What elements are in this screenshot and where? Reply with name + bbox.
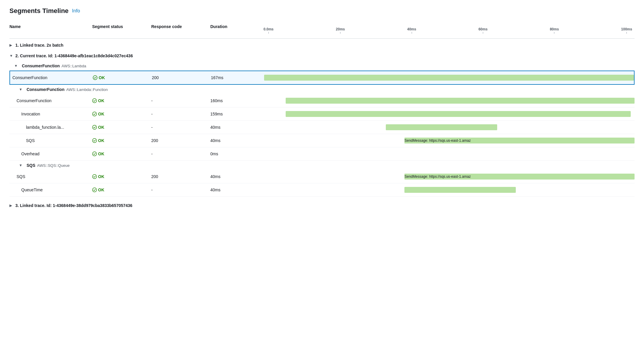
svg-point-6	[92, 175, 97, 179]
bar-sqs-main: SendMessage: https://sqs.us-east-1.amaz	[264, 174, 635, 180]
bar-cf-fn	[264, 98, 635, 104]
cell-duration-queuetime: 40ms	[210, 185, 264, 195]
cell-code-cf-fn: -	[151, 95, 210, 106]
ok-label-cf-fn: OK	[98, 98, 104, 103]
bar-fill-queuetime	[404, 187, 516, 193]
sg-sqs-name: SQS	[27, 163, 35, 168]
cell-timeline-queuetime	[264, 183, 635, 196]
cell-timeline-cf-fn	[264, 94, 635, 107]
ok-icon-cf-lambda	[93, 75, 97, 80]
trace-2-header[interactable]: ▼ 2. Current trace. Id: 1-4368449e-afb1e…	[9, 50, 635, 61]
sg-sqs-type: AWS::SQS::Queue	[37, 163, 70, 168]
trace-3-label: 3. Linked trace. Id: 1-4368449e-38dd979c…	[15, 203, 132, 208]
status-ok-sqs-lambda: OK	[92, 138, 149, 143]
bar-fill-lambda-fn-la	[386, 124, 497, 130]
bar-fill-cf-fn	[286, 98, 635, 104]
ok-icon-lambda-fn-la	[92, 125, 97, 130]
ruler-label-0: 0.0ms	[264, 27, 274, 31]
svg-point-5	[92, 152, 97, 156]
ruler-label-4: 80ms	[550, 27, 559, 31]
trace-1-label: 1. Linked trace. 2x batch	[15, 43, 64, 48]
ok-icon-queuetime	[92, 187, 97, 192]
row-consumer-function-fn[interactable]: ConsumerFunction OK - 160ms	[9, 94, 635, 107]
sg-lambda-toggle: ▼	[14, 64, 18, 68]
cell-code-sqs-main: 200	[151, 171, 210, 182]
col-segment-status: Segment status	[92, 22, 151, 36]
status-ok-invocation: OK	[92, 112, 149, 116]
col-duration: Duration	[210, 22, 264, 36]
service-group-sqs-header[interactable]: ▼ SQS AWS::SQS::Queue	[9, 161, 635, 170]
cell-status-lambda-fn-la: OK	[92, 122, 151, 133]
service-group-lambda-header[interactable]: ▼ ConsumerFunction AWS::Lambda	[9, 61, 635, 71]
sg-lambda-fn-type: AWS::Lambda::Function	[66, 87, 108, 92]
cell-status-overhead: OK	[92, 149, 151, 159]
trace-3-toggle: ▶	[9, 203, 13, 208]
svg-point-0	[93, 76, 97, 80]
bar-label-sqs-lambda: SendMessage: https://sqs.us-east-1.amaz	[404, 138, 471, 143]
bar-invocation	[264, 111, 635, 117]
cell-timeline-cf-lambda	[264, 71, 634, 84]
trace-1-toggle: ▶	[9, 43, 13, 47]
sg-lambda-name: ConsumerFunction	[22, 63, 60, 68]
cell-name-lambda-fn-la: lambda_function.la...	[9, 122, 92, 133]
row-lambda-fn-la[interactable]: lambda_function.la... OK - 40ms	[9, 121, 635, 134]
status-ok-lambda-fn-la: OK	[92, 125, 149, 130]
sg-lambda-fn-toggle: ▼	[19, 87, 22, 92]
col-timeline: 0.0ms 20ms 40ms 60ms 80ms 100ms	[264, 22, 635, 36]
row-overhead[interactable]: Overhead OK - 0ms	[9, 147, 635, 161]
trace-2-label: 2. Current trace. Id: 1-4368449e-afb1eac…	[15, 53, 133, 58]
bar-cf-lambda	[264, 75, 634, 81]
service-group-sqs-name: ▼ SQS AWS::SQS::Queue	[9, 163, 92, 168]
sg-lambda-fn-name: ConsumerFunction	[27, 87, 64, 92]
timeline-container: Name Segment status Response code Durati…	[9, 22, 635, 211]
svg-point-4	[92, 138, 97, 143]
cell-name-cf-fn: ConsumerFunction	[9, 95, 92, 106]
cell-status-cf-fn: OK	[92, 95, 151, 106]
status-ok-cf-lambda: OK	[93, 75, 149, 80]
row-queuetime[interactable]: QueueTime OK - 40ms	[9, 183, 635, 197]
trace-1-header[interactable]: ▶ 1. Linked trace. 2x batch	[9, 40, 635, 50]
page-title: Segments Timeline	[9, 7, 69, 15]
ok-label-queuetime: OK	[98, 187, 104, 192]
bar-lambda-fn-la	[264, 124, 635, 130]
ruler-label-5: 100ms	[621, 27, 632, 31]
bar-fill-cf-lambda	[264, 75, 634, 81]
ok-label-cf-lambda: OK	[99, 75, 105, 80]
ruler-label-2: 40ms	[407, 27, 416, 31]
cell-status-queuetime: OK	[92, 185, 151, 195]
cell-duration-sqs-lambda: 40ms	[210, 135, 264, 146]
cell-timeline-overhead	[264, 147, 635, 160]
trace-3-header[interactable]: ▶ 3. Linked trace. Id: 1-4368449e-38dd97…	[9, 200, 635, 211]
bar-sqs-lambda: SendMessage: https://sqs.us-east-1.amaz	[264, 138, 635, 144]
ok-label-lambda-fn-la: OK	[98, 125, 104, 130]
row-sqs-in-lambda[interactable]: SQS OK 200 40ms SendMessage: https://sqs…	[9, 134, 635, 147]
cell-timeline-lambda-fn-la	[264, 121, 635, 134]
page-header: Segments Timeline Info	[9, 7, 635, 15]
cell-duration-overhead: 0ms	[210, 149, 264, 159]
cell-duration-cf-lambda: 167ms	[211, 72, 264, 83]
service-group-lambda-fn-header[interactable]: ▼ ConsumerFunction AWS::Lambda::Function	[9, 85, 635, 94]
bar-label-sqs-main: SendMessage: https://sqs.us-east-1.amaz	[404, 175, 471, 179]
ok-label-overhead: OK	[98, 151, 104, 156]
row-consumer-function-lambda[interactable]: ConsumerFunction OK 200 167ms	[9, 71, 635, 85]
ok-icon-cf-fn	[92, 98, 97, 103]
cell-code-queuetime: -	[151, 185, 210, 195]
ok-icon-sqs-lambda	[92, 138, 97, 143]
ruler-label-3: 60ms	[479, 27, 488, 31]
status-ok-sqs-main: OK	[92, 174, 149, 179]
cell-duration-cf-fn: 160ms	[210, 95, 264, 106]
cell-status-sqs-main: OK	[92, 171, 151, 182]
row-invocation[interactable]: Invocation OK - 159ms	[9, 107, 635, 121]
cell-name-queuetime: QueueTime	[9, 185, 92, 195]
sg-sqs-toggle: ▼	[19, 163, 22, 167]
cell-duration-sqs-main: 40ms	[210, 171, 264, 182]
ok-icon-sqs-main	[92, 174, 97, 179]
cell-name-sqs-lambda: SQS	[9, 135, 92, 146]
cell-status-cf-lambda: OK	[93, 72, 152, 83]
cell-name-invocation: Invocation	[9, 109, 92, 119]
svg-point-2	[92, 112, 97, 116]
cell-code-invocation: -	[151, 109, 210, 119]
info-link[interactable]: Info	[72, 8, 80, 14]
row-sqs-main[interactable]: SQS OK 200 40ms SendMessage: https://sqs…	[9, 170, 635, 183]
cell-status-sqs-lambda: OK	[92, 135, 151, 146]
